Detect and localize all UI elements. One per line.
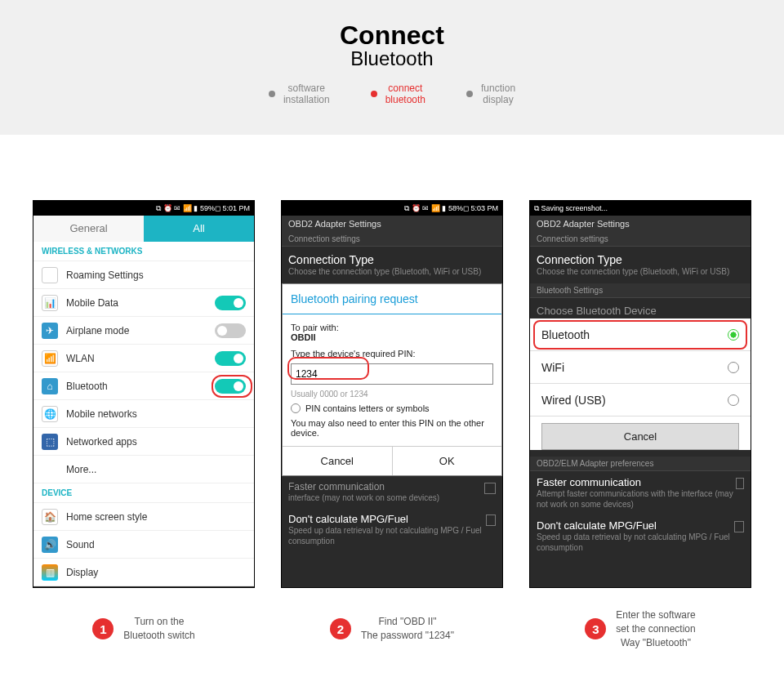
phone-screenshot-2: ⧉ ⏰ ✉ 📶 ▮ 58%◻ 5:03 PM OBD2 Adapter Sett… xyxy=(281,200,503,588)
pref-connection-type[interactable]: Connection TypeChoose the connection typ… xyxy=(530,247,751,283)
highlight-circle xyxy=(212,375,252,398)
checkbox-icon xyxy=(734,521,744,532)
roaming-icon: ▲ xyxy=(42,267,58,283)
step-number-badge: 3 xyxy=(585,618,606,639)
row-mobile-data[interactable]: 📊Mobile Data xyxy=(33,289,254,317)
row-airplane[interactable]: ✈Airplane mode xyxy=(33,317,254,345)
row-wlan[interactable]: 📶WLAN xyxy=(33,345,254,372)
pref-connection-type[interactable]: Connection TypeChoose the connection typ… xyxy=(282,247,502,283)
pref-choose-device[interactable]: Choose Bluetooth Device xyxy=(530,298,751,318)
pref-faster-comm[interactable]: Faster communicationAttempt faster commu… xyxy=(530,471,751,514)
ok-button[interactable]: OK xyxy=(393,447,502,475)
crumb-function: functiondisplay xyxy=(466,82,515,106)
section-elm: OBD2/ELM Adapter preferences xyxy=(530,457,751,471)
row-mobile-networks[interactable]: 🌐Mobile networks xyxy=(33,400,254,428)
data-icon: 📊 xyxy=(42,295,58,311)
section-connection: Connection settings xyxy=(282,232,502,247)
phone-screenshot-1: ⧉ ⏰ ✉ 📶 ▮ 59%◻ 5:01 PM General All WIREL… xyxy=(33,200,255,588)
option-usb[interactable]: Wired (USB) xyxy=(530,384,751,416)
radio-icon xyxy=(291,403,301,413)
settings-tabs: General All xyxy=(33,216,254,242)
pair-device-name: OBDII xyxy=(291,332,493,342)
network-icon: 🌐 xyxy=(42,406,58,422)
airplane-icon: ✈ xyxy=(42,323,58,339)
crumb-connect: connectbluetooth xyxy=(371,82,425,106)
screenshots-gallery: ⧉ ⏰ ✉ 📶 ▮ 59%◻ 5:01 PM General All WIREL… xyxy=(0,135,784,596)
step-number-badge: 1 xyxy=(92,618,114,639)
row-roaming[interactable]: ▲Roaming Settings xyxy=(33,261,254,289)
cancel-button[interactable]: Cancel xyxy=(541,423,739,450)
bluetooth-pairing-dialog: Bluetooth pairing request To pair with: … xyxy=(282,283,502,476)
pin-hint: Usually 0000 or 1234 xyxy=(291,390,493,399)
row-networked-apps[interactable]: ⬚Networked apps xyxy=(33,428,254,456)
caption-1: 1Turn on theBluetooth switch xyxy=(33,608,255,649)
toggle-wlan[interactable] xyxy=(215,351,246,366)
pair-with-label: To pair with: xyxy=(291,323,493,332)
row-bluetooth[interactable]: ⌂Bluetooth xyxy=(33,372,254,400)
sound-icon: 🔊 xyxy=(42,537,58,553)
connection-type-dialog: Bluetooth WiFi Wired (USB) Cancel xyxy=(530,318,751,450)
dot-icon xyxy=(371,91,377,97)
toggle-mobile-data[interactable] xyxy=(215,296,246,310)
checkbox-icon xyxy=(484,483,496,494)
phone-screenshot-3: ⧉ Saving screenshot... OBD2 Adapter Sett… xyxy=(529,200,751,588)
toggle-airplane[interactable] xyxy=(215,323,246,338)
dialog-title: Bluetooth pairing request xyxy=(283,284,501,314)
pref-faster-comm[interactable]: Faster communicationinterface (may not w… xyxy=(282,476,502,508)
apps-icon: ⬚ xyxy=(42,434,58,450)
hero-subtitle: Bluetooth xyxy=(0,47,784,70)
dot-icon xyxy=(466,91,473,97)
pref-mpg[interactable]: Don't calculate MPG/FuelSpeed up data re… xyxy=(530,514,751,558)
section-device: DEVICE xyxy=(33,483,254,503)
section-connection: Connection settings xyxy=(530,232,751,247)
radio-icon xyxy=(728,394,739,406)
breadcrumb: softwareinstallation connectbluetooth fu… xyxy=(0,82,784,106)
hero-banner: Connect Bluetooth softwareinstallation c… xyxy=(0,0,784,135)
crumb-software: softwareinstallation xyxy=(269,82,330,106)
row-home-style[interactable]: 🏠Home screen style xyxy=(33,503,254,531)
blank-icon xyxy=(42,461,58,478)
bluetooth-icon: ⌂ xyxy=(42,378,58,394)
row-sound[interactable]: 🔊Sound xyxy=(33,531,254,559)
option-wifi[interactable]: WiFi xyxy=(530,351,751,384)
wifi-icon: 📶 xyxy=(42,350,58,367)
app-header: OBD2 Adapter Settings xyxy=(282,216,502,232)
status-bar: ⧉ ⏰ ✉ 📶 ▮ 58%◻ 5:03 PM xyxy=(282,201,502,216)
pin-note: You may also need to enter this PIN on t… xyxy=(291,418,493,438)
status-bar: ⧉ Saving screenshot... xyxy=(530,201,751,216)
caption-3: 3Enter the softwareset the connectionWay… xyxy=(529,608,751,649)
pref-mpg[interactable]: Don't calculate MPG/FuelSpeed up data re… xyxy=(282,508,502,551)
cancel-button[interactable]: Cancel xyxy=(283,447,393,475)
highlight-circle xyxy=(533,320,747,350)
section-wireless: WIRELESS & NETWORKS xyxy=(33,242,254,261)
row-display[interactable]: ▥Display xyxy=(33,559,254,586)
row-more[interactable]: More... xyxy=(33,456,254,483)
hero-title: Connect xyxy=(0,20,784,51)
highlight-circle xyxy=(287,357,369,380)
step-captions: 1Turn on theBluetooth switch 2Find "OBD … xyxy=(0,596,784,662)
checkbox-icon xyxy=(486,514,496,526)
pin-letters-checkbox[interactable]: PIN contains letters or symbols xyxy=(291,403,493,413)
app-header: OBD2 Adapter Settings xyxy=(530,216,751,232)
radio-icon xyxy=(728,362,739,373)
step-number-badge: 2 xyxy=(330,618,351,639)
tab-general[interactable]: General xyxy=(33,216,144,242)
home-icon: 🏠 xyxy=(42,509,58,525)
section-bluetooth: Bluetooth Settings xyxy=(530,283,751,298)
option-bluetooth[interactable]: Bluetooth xyxy=(530,318,751,351)
checkbox-icon xyxy=(736,478,744,489)
display-icon: ▥ xyxy=(42,564,58,581)
tab-all[interactable]: All xyxy=(144,216,254,242)
status-bar: ⧉ ⏰ ✉ 📶 ▮ 59%◻ 5:01 PM xyxy=(33,201,254,216)
caption-2: 2Find "OBD II"The password "1234" xyxy=(281,608,503,649)
dot-icon xyxy=(269,91,275,97)
